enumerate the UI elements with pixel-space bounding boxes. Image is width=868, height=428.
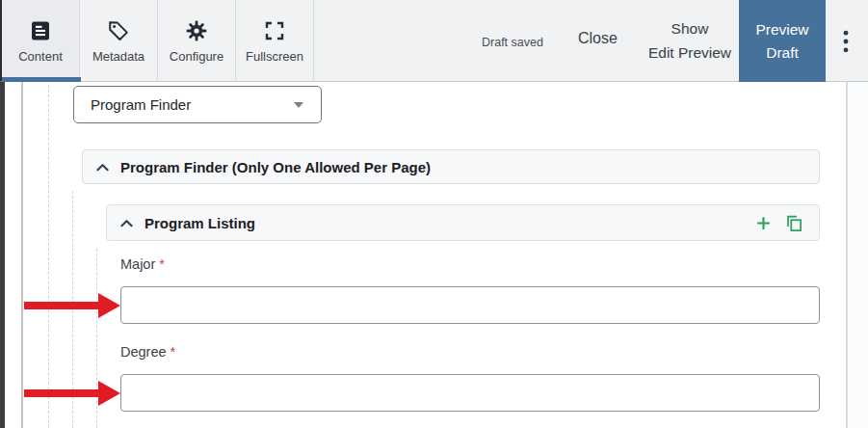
required-asterisk: * bbox=[171, 344, 176, 360]
tab-label: Fullscreen bbox=[246, 49, 303, 64]
active-tab-underline bbox=[2, 77, 81, 82]
section-actions bbox=[756, 214, 803, 232]
chevron-down-icon bbox=[294, 102, 303, 108]
preview-draft-button[interactable]: Preview Draft bbox=[739, 0, 826, 82]
section-title: Program Finder (Only One Allowed Per Pag… bbox=[120, 159, 803, 175]
tag-icon bbox=[107, 19, 130, 42]
tab-label: Configure bbox=[170, 49, 224, 64]
cms-edit-screen: Content Metadata bbox=[0, 0, 868, 428]
chevron-up-icon bbox=[96, 163, 109, 172]
major-field-label: Major* bbox=[120, 256, 165, 272]
section-title: Program Listing bbox=[145, 215, 756, 231]
tab-label: Content bbox=[18, 49, 63, 64]
show-edit-preview-line1: Show bbox=[630, 16, 750, 40]
editor-toolbar: Content Metadata bbox=[0, 0, 868, 82]
fullscreen-icon bbox=[263, 19, 286, 42]
kebab-menu-icon bbox=[843, 30, 849, 53]
block-type-dropdown[interactable]: Program Finder bbox=[73, 86, 322, 123]
required-asterisk: * bbox=[159, 256, 165, 272]
degree-field-label: Degree* bbox=[120, 344, 175, 360]
show-edit-preview-button[interactable]: Show Edit Preview bbox=[630, 16, 750, 65]
label-text: Degree bbox=[120, 344, 167, 360]
tab-fullscreen[interactable]: Fullscreen bbox=[236, 0, 314, 82]
toolbar-tabs: Content Metadata bbox=[2, 0, 314, 82]
arrow-to-major-input bbox=[24, 289, 120, 322]
copy-icon[interactable] bbox=[785, 214, 803, 232]
document-lines-icon bbox=[29, 19, 52, 42]
chevron-up-icon bbox=[120, 219, 133, 227]
gear-icon bbox=[185, 19, 208, 42]
editor-pane-border bbox=[21, 82, 23, 428]
show-edit-preview-line2: Edit Preview bbox=[630, 40, 750, 65]
overflow-menu-button[interactable] bbox=[839, 29, 853, 54]
window-left-edge bbox=[0, 82, 5, 428]
dropdown-selected-value: Program Finder bbox=[91, 96, 294, 113]
section-header-program-finder[interactable]: Program Finder (Only One Allowed Per Pag… bbox=[82, 149, 820, 184]
degree-input[interactable] bbox=[120, 374, 820, 412]
major-input[interactable] bbox=[120, 286, 820, 324]
draft-saved-status: Draft saved bbox=[482, 36, 543, 49]
tab-label: Metadata bbox=[92, 49, 145, 64]
right-margin-area bbox=[846, 82, 868, 428]
preview-draft-line2: Draft bbox=[739, 41, 826, 65]
arrow-to-degree-input bbox=[24, 377, 120, 410]
preview-draft-line1: Preview bbox=[739, 18, 826, 41]
plus-icon[interactable] bbox=[756, 216, 771, 230]
label-text: Major bbox=[120, 256, 155, 272]
tab-metadata[interactable]: Metadata bbox=[80, 0, 158, 82]
close-button[interactable]: Close bbox=[578, 30, 618, 47]
section-header-program-listing[interactable]: Program Listing bbox=[106, 204, 820, 241]
tab-content[interactable]: Content bbox=[2, 0, 80, 82]
tab-configure[interactable]: Configure bbox=[158, 0, 236, 82]
